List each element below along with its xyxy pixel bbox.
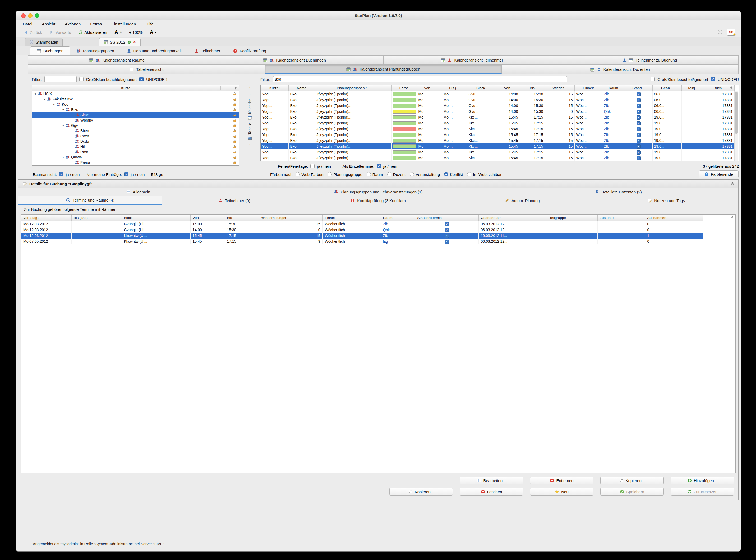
tab-kalenderansicht-buchungen[interactable]: Kalenderansicht Buchungen [206,56,384,65]
booking-row[interactable]: Yqgi... Bxo... Jfjeyzprhr (Tpcnlm)... Mo… [260,143,734,149]
case-label[interactable]: Groß/Klein beachtet/ignoriert [657,77,708,82]
lock-icon[interactable] [233,119,236,122]
collapse-details-icon[interactable] [730,181,735,185]
booking-row[interactable]: Yqgi... Bxo... Jfjeyzprhr (Tpcnlm)... Mo… [260,120,734,126]
cell-raum[interactable]: lag [381,239,415,244]
standardtermin-checkbox[interactable] [445,240,449,244]
tree-row[interactable]: ▼ Cwrn [32,134,239,139]
nur-meine-ja-nein[interactable]: ja / nein [131,172,145,177]
standard-checkbox[interactable] [637,121,641,125]
tree-row[interactable]: ▼ Rosr [32,149,239,155]
booking-row[interactable]: Yqgi... Bxo... Jfjeyzprhr (Tpcnlm)... Mo… [260,132,734,138]
speichern-button[interactable]: Speichern [600,487,664,496]
case-label[interactable]: Groß/Klein beachtet/ignoriert [86,77,137,82]
radio-dozent[interactable]: Dozent [387,172,406,177]
tree-row[interactable]: ▼ Slcks [32,112,239,118]
expand-right-icon[interactable]: › [249,93,250,96]
pin-icon[interactable] [730,216,734,219]
tree-row[interactable]: ▼ Kgc [32,102,239,107]
menu-ansicht[interactable]: Ansicht [42,22,55,26]
forward-button[interactable]: Vorwärts [50,30,71,35]
expand-arrow[interactable]: ▼ [34,93,38,95]
tab-kalenderansicht-planungsgruppen[interactable]: Kalenderansicht Planungsgruppen [265,65,502,74]
tab-termine-und-raeume[interactable]: Termine und Räume (4) [18,196,162,205]
tree-row[interactable]: ▼ Bizs [32,107,239,112]
tree-row[interactable]: ▼ Hilr [32,144,239,149]
booking-row[interactable]: Yqgi... Bxo... Jfjeyzprhr (Tpcnlm)... Mo… [260,103,734,108]
tree-row[interactable]: ▼ Fakultät BW [32,96,239,102]
standard-checkbox[interactable] [637,144,641,149]
standardtermin-checkbox[interactable] [445,234,449,238]
back-button[interactable]: Zurück [24,30,42,35]
und-oder-checkbox[interactable] [711,77,715,81]
details-header[interactable]: Details für Buchung "Bxopilnygf" [18,180,738,188]
cell-raum[interactable]: Zlb [602,97,625,103]
booking-row[interactable]: Yqgi... Bxo... Jfjeyzprhr (Tpcnlm)... Mo… [260,97,734,103]
tree-row[interactable]: ▼ Ggv [32,123,239,128]
zoom-in-button[interactable]: A+ [114,29,122,35]
cell-raum[interactable]: Zlb [602,143,625,149]
menu-hilfe[interactable]: Hilfe [146,22,154,26]
ferien-checkbox[interactable] [310,164,314,168]
tab-notizen-und-tags[interactable]: Notizen und Tags [594,196,738,205]
ferien-ja-nein[interactable]: ja / nein [317,164,331,168]
close-tab-icon[interactable]: ✕ [133,40,136,44]
standardtermin-checkbox[interactable] [445,228,449,232]
menu-extras[interactable]: Extras [90,22,102,26]
lock-icon[interactable] [233,129,236,133]
vertical-scrollbar[interactable] [734,91,738,161]
appointment-row[interactable]: Mo 12.03.2012 Gvubqju (Ul... 14:00 15:30… [21,221,703,227]
lock-icon[interactable] [233,135,236,138]
lock-icon[interactable] [233,103,236,106]
tree-row[interactable]: ▼ Qmwa [32,155,239,160]
cell-raum[interactable]: Zlb [602,103,625,108]
tab-teilnehmer-details[interactable]: Teilnehmer (0) [162,196,306,205]
standardtermin-checkbox[interactable] [445,222,449,226]
splitter-handle[interactable]: ⋮ [248,143,252,148]
einzeltermine-ja-nein[interactable]: ja / nein [383,164,397,168]
kopieren-termin-button[interactable]: Kopieren... [600,477,664,484]
radio-konflikt[interactable]: Konflikt [444,172,463,177]
baumansicht-checkbox[interactable] [59,172,63,177]
cell-raum[interactable]: Zlb [381,233,415,239]
vertical-tab-tabelle[interactable]: Tabelle [248,123,252,140]
tab-buchungen[interactable]: Buchungen [30,46,70,55]
zoom-out-button[interactable]: A - [150,30,156,35]
entfernen-button[interactable]: Entfernen [530,477,594,484]
tab-konfliktpruefung-details[interactable]: Konfliktprüfung (3 Konflikte) [306,196,450,205]
tab-planungsgruppen-lehrveranstaltungen[interactable]: Planungsgruppen und Lehrveranstaltungen … [258,187,498,196]
cell-raum[interactable]: Zlb [381,221,415,227]
radio-veranstaltung[interactable]: Veranstaltung [410,172,440,177]
und-oder-checkbox[interactable] [139,77,143,81]
refresh-button[interactable]: Aktualisieren [78,30,107,35]
standard-checkbox[interactable] [637,127,641,131]
expand-arrow[interactable]: ▼ [62,124,65,127]
tree-row[interactable]: ▼ HS X [32,91,239,96]
cell-raum[interactable]: Zlb [602,155,625,161]
tab-stammdaten[interactable]: Stammdaten [25,38,63,46]
expand-arrow[interactable]: ▼ [62,108,65,111]
tree-header[interactable]: Kürzel ... [32,85,239,91]
vertical-tab-kalender[interactable]: Kalender [248,99,252,120]
tab-teilnehmer[interactable]: Teilnehmer [188,47,227,55]
tree-header-kuerzel[interactable]: Kürzel [32,86,220,90]
pin-icon[interactable] [234,86,237,90]
neu-button[interactable]: Neu [530,487,594,496]
booking-row[interactable]: Yqgi... Bxo... Jfjeyzprhr (Tpcnlm)... Mo… [260,155,734,161]
zuruecksetzen-button[interactable]: Zurücksetzen [671,487,734,496]
tab-ss2012[interactable]: SS 2012 ✕ [99,38,141,46]
einzeltermine-checkbox[interactable] [377,164,381,168]
lock-icon[interactable] [233,113,236,117]
case-checkbox[interactable] [79,77,83,81]
standard-checkbox[interactable] [637,150,641,155]
tab-kalenderansicht-dozenten[interactable]: Kalenderansicht Dozenten [502,65,739,74]
menu-datei[interactable]: Datei [23,22,32,26]
pin-icon[interactable] [730,86,733,89]
booking-row[interactable]: Yqgi... Bxo... Jfjeyzprhr (Tpcnlm)... Mo… [260,91,734,97]
lock-icon[interactable] [233,145,236,148]
booking-row[interactable]: Yqgi... Bxo... Jfjeyzprhr (Tpcnlm)... Mo… [260,108,734,114]
standard-checkbox[interactable] [637,104,641,108]
standard-checkbox[interactable] [637,92,641,96]
radio-web-farben[interactable]: Web-Farben [295,172,323,177]
radio-raum[interactable]: Raum [367,172,383,177]
